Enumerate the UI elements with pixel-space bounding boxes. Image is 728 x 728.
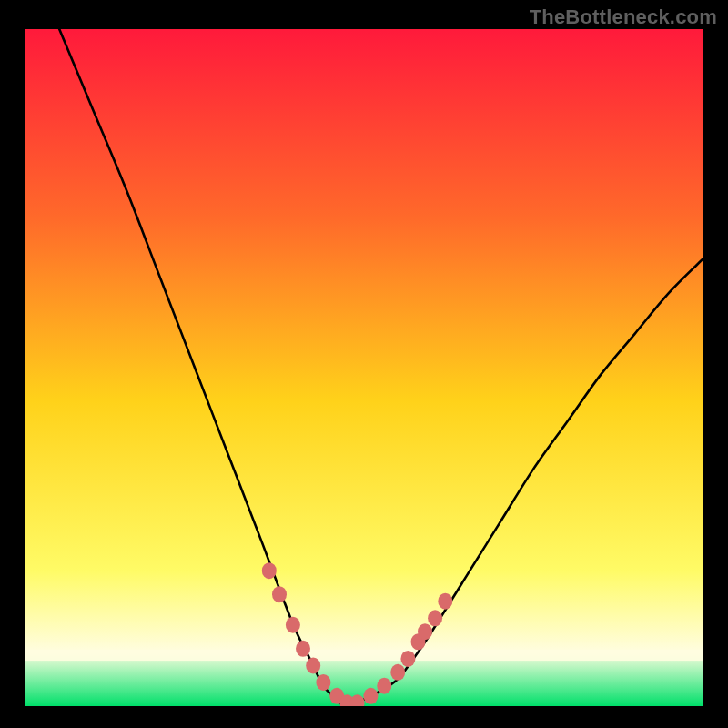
marker-dot xyxy=(438,593,452,610)
gradient-background xyxy=(25,29,703,706)
marker-dot xyxy=(418,623,432,640)
marker-dot xyxy=(286,617,300,633)
pale-band xyxy=(25,650,703,661)
marker-dot xyxy=(428,610,442,626)
marker-dot xyxy=(316,674,330,691)
bottleneck-chart-svg xyxy=(25,29,703,706)
watermark-text: TheBottleneck.com xyxy=(530,5,717,29)
marker-dot xyxy=(306,657,320,673)
plot-area xyxy=(25,29,703,706)
marker-dot xyxy=(363,688,378,704)
marker-dot xyxy=(377,678,391,694)
chart-frame: TheBottleneck.com xyxy=(0,0,728,728)
marker-dot xyxy=(272,586,287,602)
marker-dot xyxy=(262,562,277,579)
marker-dot xyxy=(390,664,405,681)
marker-dot xyxy=(296,641,310,657)
marker-dot xyxy=(400,651,415,667)
